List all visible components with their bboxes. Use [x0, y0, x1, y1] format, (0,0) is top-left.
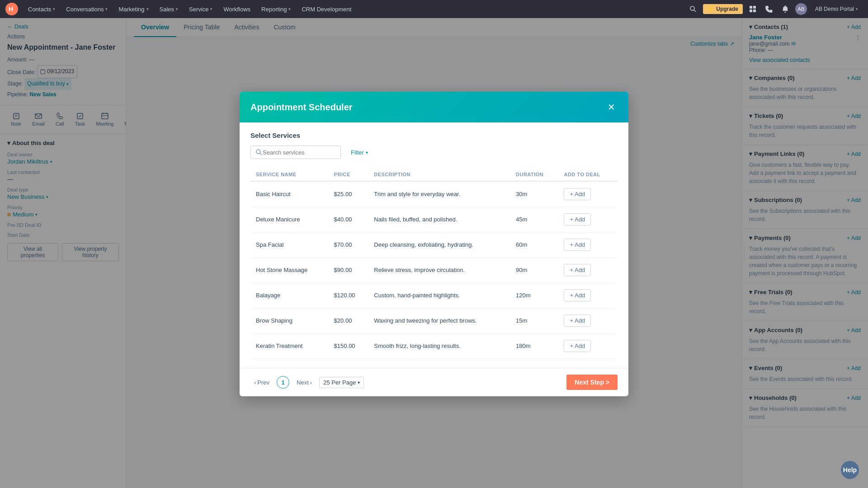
- add-to-deal-button[interactable]: + Add: [564, 239, 591, 251]
- description-cell: Nails filed, buffed, and polished.: [368, 207, 510, 232]
- nav-service[interactable]: Service▾: [184, 4, 217, 14]
- hubspot-logo[interactable]: H: [5, 3, 18, 15]
- chevron-left-icon: ‹: [254, 379, 256, 386]
- next-page-button[interactable]: Next ›: [293, 377, 316, 388]
- notifications-icon-btn[interactable]: [779, 4, 792, 14]
- chevron-down-icon: ▾: [288, 7, 291, 11]
- price-cell: $20.00: [329, 308, 369, 333]
- appointment-scheduler-modal: Appointment Scheduler ✕ Select Services …: [240, 92, 628, 396]
- duration-cell: 15m: [510, 308, 558, 333]
- next-step-button[interactable]: Next Step >: [566, 375, 618, 390]
- description-cell: Relieve stress, improve circulation.: [368, 258, 510, 283]
- nav-reporting[interactable]: Reporting▾: [257, 4, 295, 14]
- modal-close-button[interactable]: ✕: [605, 101, 618, 113]
- duration-cell: 120m: [510, 283, 558, 308]
- price-cell: $90.00: [329, 258, 369, 283]
- chevron-down-icon: ▾: [176, 7, 178, 11]
- search-icon-btn[interactable]: [687, 4, 699, 14]
- table-row: Basic Haircut $25.00 Trim and style for …: [250, 181, 618, 207]
- search-services-input[interactable]: [263, 149, 336, 156]
- table-row: Hot Stone Massage $90.00 Relieve stress,…: [250, 258, 618, 283]
- add-cell: + Add: [558, 333, 618, 359]
- col-service-name: SERVICE NAME: [250, 168, 329, 181]
- price-cell: $120.00: [329, 283, 369, 308]
- svg-rect-5: [753, 6, 756, 9]
- svg-rect-6: [750, 9, 752, 12]
- description-cell: Deep cleansing, exfoliating, hydrating.: [368, 232, 510, 258]
- phone-icon-btn[interactable]: [763, 4, 775, 14]
- table-row: Balayage $120.00 Custom, hand-painted hi…: [250, 283, 618, 308]
- description-cell: Waxing and tweezing for perfect brows.: [368, 308, 510, 333]
- svg-line-3: [694, 10, 696, 12]
- price-cell: $40.00: [329, 207, 369, 232]
- chevron-down-icon: ▾: [146, 7, 149, 11]
- nav-workflows[interactable]: Workflows: [219, 4, 255, 14]
- table-row: Spa Facial $70.00 Deep cleansing, exfoli…: [250, 232, 618, 258]
- nav-contacts[interactable]: Contacts▾: [24, 4, 60, 14]
- table-row: Deluxe Manicure $40.00 Nails filed, buff…: [250, 207, 618, 232]
- service-name-cell: Basic Haircut: [250, 181, 329, 207]
- add-cell: + Add: [558, 181, 618, 207]
- add-to-deal-button[interactable]: + Add: [564, 340, 591, 352]
- table-row: Keratin Treatment $150.00 Smooth frizz, …: [250, 333, 618, 359]
- services-table: SERVICE NAME PRICE DESCRIPTION DURATION …: [250, 168, 618, 359]
- add-to-deal-button[interactable]: + Add: [564, 188, 591, 200]
- description-cell: Custom, hand-painted highlights.: [368, 283, 510, 308]
- modal-overlay[interactable]: Appointment Scheduler ✕ Select Services …: [0, 0, 868, 488]
- add-cell: + Add: [558, 232, 618, 258]
- chevron-down-icon: ▾: [105, 7, 108, 11]
- svg-point-2: [690, 6, 694, 10]
- portal-name[interactable]: AB Demo Portal▾: [811, 4, 863, 14]
- search-filter-row: Filter ▾: [250, 145, 618, 159]
- price-cell: $25.00: [329, 181, 369, 207]
- select-services-title: Select Services: [250, 131, 618, 139]
- nav-sales[interactable]: Sales▾: [155, 4, 183, 14]
- upgrade-icon: ⚡: [708, 6, 714, 12]
- avatar[interactable]: AB: [795, 3, 807, 15]
- modal-header: Appointment Scheduler ✕: [240, 92, 628, 122]
- table-row: Brow Shaping $20.00 Waxing and tweezing …: [250, 308, 618, 333]
- chevron-down-icon: ▾: [358, 380, 360, 385]
- chevron-right-icon: ›: [310, 379, 312, 386]
- svg-rect-7: [753, 9, 756, 12]
- modal-title: Appointment Scheduler: [250, 102, 353, 113]
- modal-footer: ‹ Prev 1 Next › 25 Per Page ▾ Next Step …: [240, 368, 628, 396]
- col-duration: DURATION: [510, 168, 558, 181]
- add-cell: + Add: [558, 283, 618, 308]
- nav-marketing[interactable]: Marketing▾: [114, 4, 153, 14]
- search-icon: [255, 149, 263, 156]
- table-header: SERVICE NAME PRICE DESCRIPTION DURATION …: [250, 168, 618, 181]
- help-button[interactable]: Help: [841, 461, 859, 479]
- service-name-cell: Spa Facial: [250, 232, 329, 258]
- duration-cell: 45m: [510, 207, 558, 232]
- search-box[interactable]: [250, 145, 341, 159]
- chevron-down-icon: ▾: [210, 7, 212, 11]
- service-name-cell: Brow Shaping: [250, 308, 329, 333]
- add-to-deal-button[interactable]: + Add: [564, 264, 591, 276]
- chevron-down-icon: ▾: [856, 7, 858, 11]
- nav-crm-development[interactable]: CRM Development: [297, 4, 356, 14]
- chevron-down-icon: ▾: [53, 7, 55, 11]
- page-number[interactable]: 1: [277, 376, 289, 389]
- nav-conversations[interactable]: Conversations▾: [61, 4, 112, 14]
- duration-cell: 90m: [510, 258, 558, 283]
- price-cell: $70.00: [329, 232, 369, 258]
- add-to-deal-button[interactable]: + Add: [564, 213, 591, 225]
- service-name-cell: Hot Stone Massage: [250, 258, 329, 283]
- duration-cell: 60m: [510, 232, 558, 258]
- price-cell: $150.00: [329, 333, 369, 359]
- marketplace-icon-btn[interactable]: [746, 4, 759, 14]
- add-to-deal-button[interactable]: + Add: [564, 314, 591, 327]
- duration-cell: 30m: [510, 181, 558, 207]
- service-name-cell: Keratin Treatment: [250, 333, 329, 359]
- upgrade-button[interactable]: ⚡ Upgrade: [703, 4, 743, 14]
- prev-page-button[interactable]: ‹ Prev: [250, 377, 273, 388]
- per-page-select[interactable]: 25 Per Page ▾: [319, 377, 364, 388]
- filter-button[interactable]: Filter ▾: [346, 146, 373, 159]
- svg-text:H: H: [9, 5, 13, 13]
- svg-point-23: [256, 150, 260, 154]
- add-to-deal-button[interactable]: + Add: [564, 289, 591, 301]
- add-cell: + Add: [558, 308, 618, 333]
- description-cell: Trim and style for everyday wear.: [368, 181, 510, 207]
- pagination: ‹ Prev 1 Next › 25 Per Page ▾: [250, 376, 364, 389]
